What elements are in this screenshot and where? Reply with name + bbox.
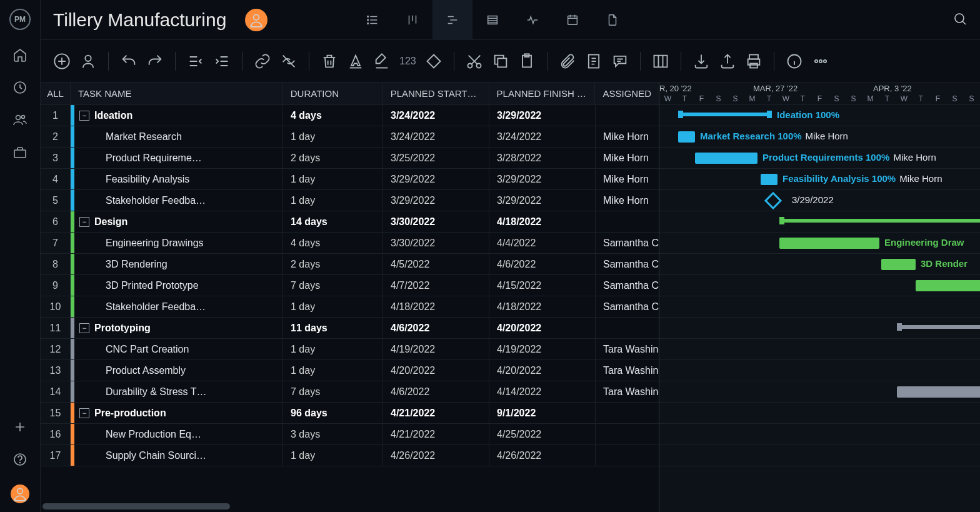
task-duration[interactable]: 1 day: [283, 296, 383, 317]
logo-pm[interactable]: PM: [9, 9, 31, 30]
task-assigned[interactable]: Tara Washing: [596, 381, 659, 402]
redo-icon[interactable]: [146, 53, 164, 70]
task-name-cell[interactable]: 3D Printed Prototype: [71, 275, 283, 296]
gantt-task-bar[interactable]: [916, 280, 980, 291]
view-activity-icon[interactable]: [512, 0, 552, 40]
task-assigned[interactable]: [596, 211, 659, 232]
task-duration[interactable]: 1 day: [283, 445, 383, 466]
task-duration[interactable]: 14 days: [283, 211, 383, 232]
project-owner-avatar[interactable]: [245, 9, 268, 31]
task-assigned[interactable]: Samantha Cu: [596, 233, 659, 253]
task-start[interactable]: 4/21/2022: [383, 403, 489, 423]
task-assigned[interactable]: [596, 403, 659, 423]
gantt-row[interactable]: 3D Render: [659, 254, 980, 275]
task-start[interactable]: 4/18/2022: [383, 296, 489, 317]
add-user-icon[interactable]: [79, 53, 97, 70]
task-assigned[interactable]: Mike Horn: [596, 148, 659, 168]
task-finish[interactable]: 4/14/2022: [489, 381, 596, 402]
copy-icon[interactable]: [492, 53, 509, 70]
gantt-row[interactable]: [659, 445, 980, 466]
undo-icon[interactable]: [120, 53, 138, 70]
task-start[interactable]: 3/30/2022: [383, 211, 489, 232]
task-finish[interactable]: 4/6/2022: [489, 254, 596, 274]
milestone-icon[interactable]: [425, 53, 442, 70]
task-assigned[interactable]: Mike Horn: [596, 190, 659, 211]
gantt-task-bar[interactable]: [761, 174, 778, 185]
unlink-icon[interactable]: [280, 53, 298, 70]
gantt-task-bar[interactable]: [779, 238, 879, 249]
task-start[interactable]: 4/7/2022: [383, 275, 489, 296]
gantt-row[interactable]: Product Requirements 100%Mike Horn: [659, 148, 980, 169]
people-icon[interactable]: [12, 113, 28, 128]
task-duration[interactable]: 3 days: [283, 424, 383, 444]
delete-icon[interactable]: [321, 53, 338, 70]
task-finish[interactable]: 9/1/2022: [489, 403, 596, 423]
table-row[interactable]: 17Supply Chain Sourci…1 day4/26/20224/26…: [41, 445, 659, 466]
gantt-row[interactable]: [659, 275, 980, 296]
gantt-task-bar[interactable]: [695, 153, 758, 164]
task-assigned[interactable]: [596, 445, 659, 466]
highlight-icon[interactable]: [373, 53, 391, 70]
col-header-all[interactable]: ALL: [41, 83, 71, 104]
notes-icon[interactable]: [585, 53, 602, 70]
task-assigned[interactable]: Samantha Cu: [596, 254, 659, 274]
task-finish[interactable]: 4/20/2022: [489, 318, 596, 338]
task-name-cell[interactable]: −Ideation: [71, 105, 283, 126]
more-icon[interactable]: [812, 53, 829, 70]
export-icon[interactable]: [719, 53, 736, 70]
task-start[interactable]: 3/29/2022: [383, 169, 489, 189]
clock-icon[interactable]: [12, 80, 28, 95]
task-name-cell[interactable]: 3D Rendering: [71, 254, 283, 274]
gantt-row[interactable]: Ideation 100%: [659, 105, 980, 126]
task-duration[interactable]: 2 days: [283, 254, 383, 274]
task-duration[interactable]: 11 days: [283, 318, 383, 338]
view-sheet-icon[interactable]: [472, 0, 512, 40]
briefcase-icon[interactable]: [12, 145, 28, 160]
home-icon[interactable]: [12, 48, 28, 63]
table-row[interactable]: 83D Rendering2 days4/5/20224/6/2022Saman…: [41, 254, 659, 275]
task-assigned[interactable]: Tara Washing: [596, 360, 659, 381]
task-name-cell[interactable]: −Prototyping: [71, 318, 283, 338]
task-start[interactable]: 3/24/2022: [383, 105, 489, 126]
gantt-group-bar[interactable]: [678, 113, 772, 116]
search-icon[interactable]: [952, 11, 968, 29]
attachment-icon[interactable]: [559, 53, 576, 70]
task-finish[interactable]: 3/29/2022: [489, 169, 596, 189]
task-start[interactable]: 3/25/2022: [383, 148, 489, 168]
gantt-task-bar[interactable]: [881, 259, 916, 270]
task-duration[interactable]: 1 day: [283, 126, 383, 147]
table-row[interactable]: 12CNC Part Creation1 day4/19/20224/19/20…: [41, 339, 659, 360]
gantt-group-bar[interactable]: [897, 325, 980, 329]
gantt-chart[interactable]: R, 20 '22MAR, 27 '22APR, 3 '22 WTFSSMTWT…: [659, 83, 980, 512]
task-finish[interactable]: 4/19/2022: [489, 339, 596, 359]
task-assigned[interactable]: Mike Horn: [596, 169, 659, 189]
col-header-start[interactable]: PLANNED START…: [383, 83, 489, 104]
task-start[interactable]: 4/6/2022: [383, 381, 489, 402]
table-row[interactable]: 93D Printed Prototype7 days4/7/20224/15/…: [41, 275, 659, 296]
task-finish[interactable]: 4/20/2022: [489, 360, 596, 381]
table-row[interactable]: 15−Pre-production96 days4/21/20229/1/202…: [41, 403, 659, 424]
task-name-cell[interactable]: −Pre-production: [71, 403, 283, 423]
gantt-task-bar[interactable]: [897, 386, 980, 398]
cut-icon[interactable]: [466, 53, 483, 70]
task-start[interactable]: 3/24/2022: [383, 126, 489, 147]
task-start[interactable]: 3/29/2022: [383, 190, 489, 211]
view-file-icon[interactable]: [592, 0, 632, 40]
add-task-icon[interactable]: [53, 53, 71, 70]
import-icon[interactable]: [692, 53, 710, 70]
outdent-icon[interactable]: [187, 53, 204, 70]
task-start[interactable]: 4/26/2022: [383, 445, 489, 466]
task-start[interactable]: 4/5/2022: [383, 254, 489, 274]
info-icon[interactable]: [786, 53, 803, 70]
task-name-cell[interactable]: Durability & Stress T…: [71, 381, 283, 402]
task-duration[interactable]: 7 days: [283, 381, 383, 402]
link-icon[interactable]: [254, 53, 271, 70]
gantt-row[interactable]: [659, 339, 980, 360]
collapse-icon[interactable]: −: [79, 111, 89, 121]
gantt-row[interactable]: [659, 403, 980, 424]
paste-icon[interactable]: [518, 53, 536, 70]
task-start[interactable]: 4/6/2022: [383, 318, 489, 338]
task-name-cell[interactable]: Market Research: [71, 126, 283, 147]
table-row[interactable]: 7Engineering Drawings4 days3/30/20224/4/…: [41, 233, 659, 254]
task-finish[interactable]: 4/18/2022: [489, 211, 596, 232]
